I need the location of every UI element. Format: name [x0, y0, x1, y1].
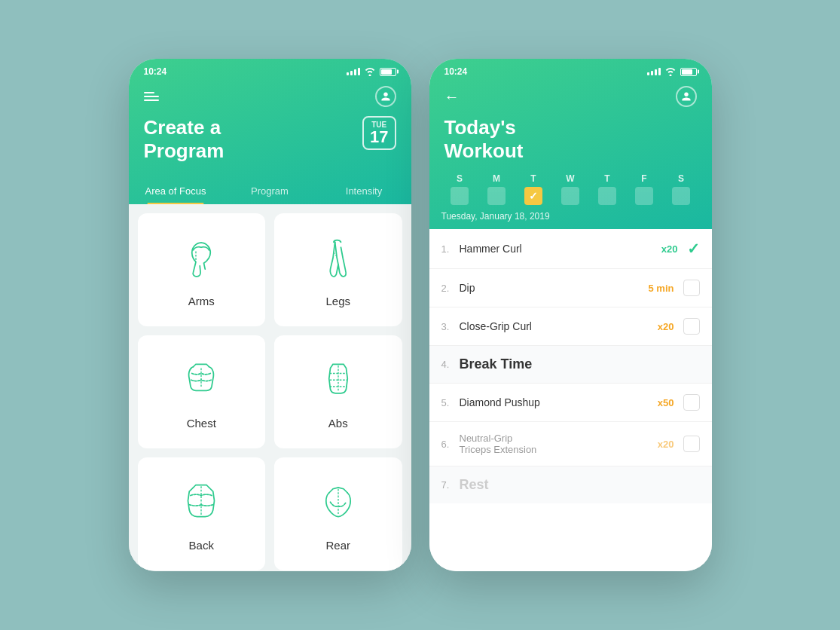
tabs-row: Area of Focus Program Intensity [129, 178, 411, 204]
abs-label: Abs [328, 417, 348, 430]
workout-item-1[interactable]: 1. Hammer Curl x20 ✓ [429, 229, 712, 269]
tab-intensity[interactable]: Intensity [317, 178, 411, 204]
abs-icon [312, 355, 365, 408]
back-icon [175, 477, 228, 530]
signal-icon-1 [347, 68, 360, 75]
status-icons-1 [347, 67, 396, 76]
wifi-icon-1 [364, 67, 376, 76]
nav-bar-2: ← [429, 80, 712, 113]
date-label: Tuesday, January 18, 2019 [429, 208, 712, 229]
phone2-header: 10:24 ← [429, 59, 712, 229]
tab-area-of-focus[interactable]: Area of Focus [129, 178, 223, 204]
profile-icon-1[interactable] [375, 86, 396, 107]
status-bar-2: 10:24 [429, 59, 712, 80]
date-badge: TUE 17 [362, 116, 396, 150]
time-2: 10:24 [444, 66, 468, 77]
tab-program[interactable]: Program [223, 178, 317, 204]
checkmark-1: ✓ [687, 240, 700, 258]
rear-icon [312, 477, 365, 530]
back-button[interactable]: ← [444, 88, 460, 106]
workout-item-5[interactable]: 5. Diamond Pushup x50 [429, 384, 712, 422]
legs-icon [312, 233, 365, 286]
day-tuesday[interactable]: T [524, 173, 542, 205]
create-program-phone: 10:24 [129, 59, 411, 571]
status-icons-2 [647, 67, 697, 76]
focus-area-grid: Arms Legs [129, 204, 411, 571]
focus-card-abs[interactable]: Abs [274, 335, 402, 448]
focus-card-chest[interactable]: Chest [138, 335, 266, 448]
day-row: S M T W T [429, 167, 712, 208]
phone1-header: 10:24 [129, 59, 411, 204]
page-title-1: Create a Program [144, 116, 225, 163]
todays-workout-phone: 10:24 ← [429, 59, 712, 571]
title-date-row: Create a Program TUE 17 [129, 113, 411, 169]
checkbox-3[interactable] [683, 318, 700, 335]
arms-icon [175, 233, 228, 286]
checkbox-5[interactable] [683, 394, 700, 411]
chest-label: Chest [187, 417, 216, 430]
arms-label: Arms [188, 295, 215, 307]
workout-item-2[interactable]: 2. Dip 5 min [429, 269, 712, 307]
focus-card-back[interactable]: Back [138, 457, 266, 570]
nav-bar-1 [129, 80, 411, 113]
status-bar-1: 10:24 [129, 59, 411, 80]
time-1: 10:24 [144, 66, 167, 77]
signal-icon-2 [647, 68, 661, 75]
day-wednesday: W [561, 173, 579, 205]
battery-icon-1 [380, 68, 396, 76]
hamburger-menu[interactable] [144, 92, 159, 101]
workout-item-6[interactable]: 6. Neutral-GripTriceps Extension x20 [429, 422, 712, 466]
checkbox-6[interactable] [683, 436, 700, 452]
phone1-body: Arms Legs [129, 204, 411, 571]
checkbox-2[interactable] [683, 280, 700, 296]
focus-card-arms[interactable]: Arms [138, 213, 266, 326]
workout-item-7-rest: 7. Rest [429, 466, 712, 503]
profile-icon-2[interactable] [676, 86, 697, 107]
day-friday: F [635, 173, 653, 205]
workout-item-3[interactable]: 3. Close-Grip Curl x20 [429, 307, 712, 346]
page-title-2: Today's Workout [444, 116, 697, 163]
back-label: Back [189, 539, 214, 552]
day-monday: M [487, 173, 506, 205]
phone2-body: 1. Hammer Curl x20 ✓ 2. Dip 5 min 3. Clo… [429, 229, 712, 571]
focus-card-rear[interactable]: Rear [274, 457, 402, 570]
workout-item-4-break: 4. Break Time [429, 346, 712, 384]
wifi-icon-2 [664, 67, 677, 76]
day-sunday: S [451, 173, 469, 205]
battery-icon-2 [680, 68, 697, 76]
day-saturday: S [672, 173, 690, 205]
title-area-2: Today's Workout [429, 113, 712, 167]
chest-icon [175, 355, 228, 408]
rear-label: Rear [325, 539, 350, 552]
focus-card-legs[interactable]: Legs [274, 213, 402, 326]
legs-label: Legs [325, 295, 350, 307]
day-thursday: T [598, 173, 616, 205]
